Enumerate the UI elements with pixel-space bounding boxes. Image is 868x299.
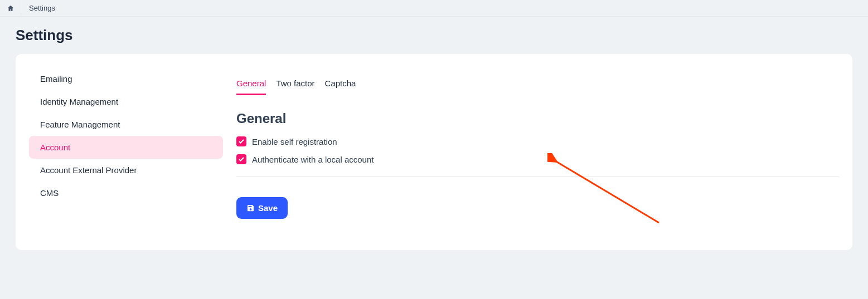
check-icon <box>238 156 245 163</box>
checkbox-local-account[interactable] <box>236 154 246 164</box>
sidebar-item-account-external-provider[interactable]: Account External Provider <box>29 159 223 182</box>
sidebar-item-cms[interactable]: CMS <box>29 182 223 204</box>
tab-general[interactable]: General <box>236 79 266 95</box>
sidebar-item-identity-management[interactable]: Identity Management <box>29 90 223 113</box>
check-label-local-account: Authenticate with a local account <box>252 155 374 164</box>
sidebar-item-emailing[interactable]: Emailing <box>29 67 223 90</box>
settings-sidebar: Emailing Identity Management Feature Man… <box>29 67 223 219</box>
breadcrumb-bar: Settings <box>0 0 868 17</box>
check-icon <box>238 138 245 145</box>
home-icon[interactable] <box>0 0 21 17</box>
check-row-self-registration: Enable self registration <box>236 136 839 146</box>
tab-two-factor[interactable]: Two factor <box>276 79 314 95</box>
tab-captcha[interactable]: Captcha <box>325 79 356 95</box>
tabs: General Two factor Captcha <box>236 79 839 95</box>
page-title: Settings <box>16 27 852 44</box>
divider <box>236 177 839 177</box>
checkbox-self-registration[interactable] <box>236 136 246 146</box>
section-title: General <box>236 111 839 126</box>
sidebar-item-account[interactable]: Account <box>29 136 223 159</box>
save-button[interactable]: Save <box>236 197 288 219</box>
annotation-arrow <box>547 153 670 231</box>
check-row-local-account: Authenticate with a local account <box>236 154 839 164</box>
save-icon <box>246 204 255 212</box>
svg-line-0 <box>555 161 659 223</box>
breadcrumb-current: Settings <box>21 4 63 12</box>
check-label-self-registration: Enable self registration <box>252 137 337 146</box>
settings-main: General Two factor Captcha General Enabl… <box>236 67 839 219</box>
settings-card: Emailing Identity Management Feature Man… <box>16 54 852 250</box>
save-button-label: Save <box>258 203 278 213</box>
sidebar-item-feature-management[interactable]: Feature Management <box>29 113 223 136</box>
